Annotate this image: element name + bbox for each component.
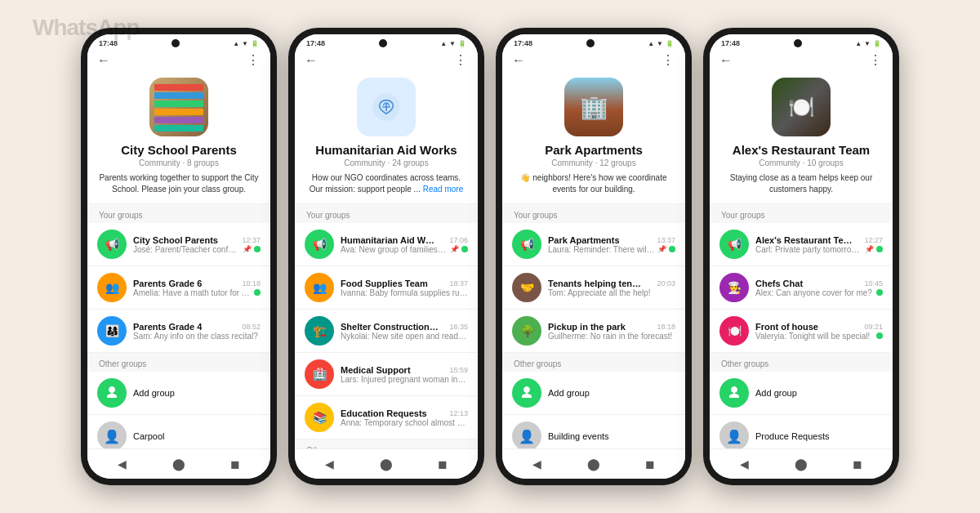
group-info: Pickup in the park18:18Guilherme: No rai… — [548, 322, 675, 341]
group-item[interactable]: 🏗️Shelter Construction Team16:35Nykolai:… — [295, 310, 478, 353]
group-item[interactable]: 📢Humanitarian Aid Works17:06Ava: New gro… — [295, 223, 478, 266]
phones-container: 17:48▲▼🔋←⋮City School ParentsCommunity ·… — [73, 20, 907, 493]
add-icon — [97, 378, 127, 408]
menu-button[interactable]: ⋮ — [869, 52, 883, 68]
group-info: Food Supplies Team18:37Ivanna: Baby form… — [341, 279, 468, 297]
back-nav-btn[interactable]: ◀ — [529, 456, 546, 472]
groups-scroll: Your groups📢Alex's Restaurant Team12:27C… — [710, 204, 893, 448]
group-info: Park Apartments13:37Laura: Reminder: The… — [548, 235, 675, 254]
group-preview: Valeryia: Tonight will be special! — [755, 332, 874, 341]
add-group-label: Add group — [133, 388, 175, 398]
add-group-label: Add group — [755, 388, 797, 398]
home-nav-btn[interactable]: ⬤ — [586, 456, 602, 472]
pin-icon: 📌 — [657, 245, 666, 253]
community-desc: 👋 neighbors! Here's how we coordinate ev… — [514, 172, 674, 195]
phone-3: 17:48▲▼🔋←⋮ 🏢 Park ApartmentsCommunity · … — [496, 28, 692, 485]
back-nav-btn[interactable]: ◀ — [114, 456, 131, 472]
pin-icon: 📌 — [243, 245, 252, 253]
group-time: 10:45 — [864, 279, 883, 288]
add-group-button[interactable]: Add group — [502, 372, 685, 415]
menu-button[interactable]: ⋮ — [662, 52, 675, 68]
front-camera — [794, 39, 802, 47]
read-more-link[interactable]: Read more — [423, 185, 463, 194]
group-item[interactable]: 🏥Medical Support15:59Lars: Injured pregn… — [295, 353, 478, 396]
home-nav-btn[interactable]: ⬤ — [171, 456, 187, 472]
group-preview: Lars: Injured pregnant woman in need... — [341, 375, 468, 384]
group-item[interactable]: 🍽️Front of house09:21Valeryia: Tonight w… — [710, 310, 893, 353]
group-item[interactable]: 🤝Tenants helping tenants20:03Tom: Apprec… — [502, 266, 685, 310]
back-nav-btn[interactable]: ◀ — [322, 456, 338, 472]
group-item[interactable]: 📚Education Requests12:13Anna: Temporary … — [295, 396, 478, 439]
community-hero: 🏢 Park ApartmentsCommunity · 12 groups👋 … — [502, 73, 685, 204]
back-nav-btn[interactable]: ◀ — [737, 456, 753, 472]
other-group-item[interactable]: 👤Building events — [502, 415, 685, 448]
community-name: Humanitarian Aid Works — [315, 143, 457, 157]
recents-nav-btn[interactable]: ◼ — [434, 456, 451, 472]
phone-screen: 17:48▲▼🔋←⋮City School ParentsCommunity ·… — [87, 34, 270, 479]
status-time: 17:48 — [721, 39, 740, 47]
phone-screen: 17:48▲▼🔋←⋮ Humanitarian Aid WorksCommuni… — [295, 34, 478, 479]
group-info: Tenants helping tenants20:03Tom: Appreci… — [548, 279, 675, 297]
add-group-button[interactable]: Add group — [710, 372, 893, 415]
back-button[interactable]: ← — [719, 53, 733, 68]
group-time: 08:52 — [242, 323, 261, 331]
phone-screen: 17:48▲▼🔋←⋮🍽️Alex's Restaurant TeamCommun… — [710, 34, 893, 479]
back-button[interactable]: ← — [97, 53, 110, 68]
group-item[interactable]: 📢City School Parents12:37José: Parent/Te… — [87, 223, 270, 266]
group-info: Humanitarian Aid Works17:06Ava: New grou… — [341, 235, 468, 254]
group-name: Food Supplies Team — [341, 279, 428, 288]
group-preview: Tom: Appreciate all the help! — [548, 288, 675, 297]
nav-bar: ◀⬤◼ — [710, 448, 893, 479]
group-item[interactable]: 👥Food Supplies Team18:37Ivanna: Baby for… — [295, 266, 478, 310]
group-preview: José: Parent/Teacher conferen... — [133, 245, 240, 254]
group-item[interactable]: 🌳Pickup in the park18:18Guilherme: No ra… — [502, 310, 685, 353]
community-meta: Community · 12 groups — [551, 158, 635, 167]
other-group-item[interactable]: 👤Carpool — [87, 415, 270, 448]
group-item[interactable]: 👨‍👩‍👧Parents Grade 408:52Sam: Any info o… — [87, 310, 270, 353]
unread-dot — [876, 289, 883, 296]
pin-icon: 📌 — [450, 245, 459, 253]
group-time: 10:18 — [242, 279, 261, 288]
group-avatar: 🍽️ — [719, 316, 749, 346]
home-nav-btn[interactable]: ⬤ — [793, 456, 809, 472]
add-group-button[interactable]: Add group — [87, 372, 270, 415]
app-header: ←⋮ — [87, 49, 270, 73]
watermark-text: WhatsApp — [33, 15, 139, 41]
pin-icon: 📌 — [865, 245, 874, 253]
group-item[interactable]: 👨‍🍳Chefs Chat10:45Alex: Can anyone cover… — [710, 266, 893, 310]
home-nav-btn[interactable]: ⬤ — [378, 456, 394, 472]
app-header: ←⋮ — [710, 49, 893, 73]
group-item[interactable]: 👥Parents Grade 610:18Amelia: Have a math… — [87, 266, 270, 310]
menu-button[interactable]: ⋮ — [454, 52, 468, 68]
group-name: Humanitarian Aid Works — [341, 235, 439, 245]
other-group-name: Building events — [548, 431, 609, 441]
community-meta: Community · 8 groups — [139, 158, 219, 167]
other-group-avatar: 👤 — [719, 422, 749, 448]
phone-2: 17:48▲▼🔋←⋮ Humanitarian Aid WorksCommuni… — [288, 28, 484, 485]
group-preview: Anna: Temporary school almost comp... — [341, 418, 468, 427]
front-camera — [586, 39, 595, 47]
group-time: 17:06 — [449, 236, 468, 244]
other-group-name: Produce Requests — [755, 431, 830, 441]
recents-nav-btn[interactable]: ◼ — [642, 456, 658, 472]
community-meta: Community · 24 groups — [344, 158, 428, 167]
group-item[interactable]: 📢Alex's Restaurant Team12:27Carl: Privat… — [710, 223, 893, 266]
unread-dot — [876, 246, 883, 252]
back-button[interactable]: ← — [305, 53, 318, 68]
group-info: Front of house09:21Valeryia: Tonight wil… — [755, 322, 883, 341]
group-preview: Ava: New group of families waitin... — [341, 245, 448, 254]
recents-nav-btn[interactable]: ◼ — [849, 456, 866, 472]
back-button[interactable]: ← — [512, 53, 525, 68]
community-name: Alex's Restaurant Team — [733, 143, 870, 157]
group-time: 13:37 — [657, 236, 675, 244]
app-header: ←⋮ — [295, 49, 478, 73]
group-avatar: 🌳 — [512, 316, 541, 346]
community-name: City School Parents — [121, 143, 237, 157]
group-name: Medical Support — [341, 365, 411, 375]
groups-scroll: Your groups📢City School Parents12:37José… — [87, 204, 270, 448]
other-groups-label: Other groups — [710, 353, 893, 372]
recents-nav-btn[interactable]: ◼ — [227, 456, 243, 472]
group-item[interactable]: 📢Park Apartments13:37Laura: Reminder: Th… — [502, 223, 685, 266]
menu-button[interactable]: ⋮ — [247, 52, 261, 68]
other-group-item[interactable]: 👤Produce Requests — [710, 415, 893, 448]
